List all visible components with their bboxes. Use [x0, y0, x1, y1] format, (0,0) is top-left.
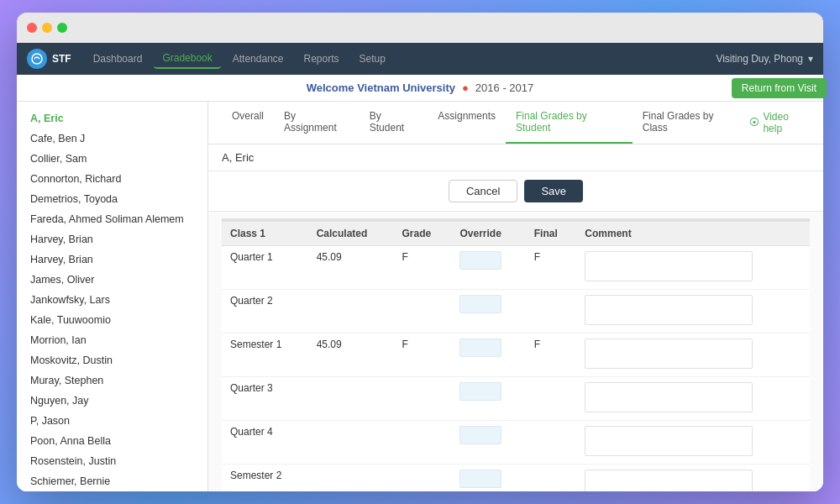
title-bar [17, 13, 823, 43]
chevron-down-icon: ▾ [808, 53, 813, 65]
brand-icon [27, 49, 47, 69]
comment-input-class1-q2[interactable] [585, 295, 753, 325]
welcome-text: Welcome Vietnam University [307, 81, 455, 94]
tab-by-student[interactable]: By Student [360, 102, 428, 144]
navbar-right: Visiting Duy, Phong ▾ [716, 53, 813, 65]
cancel-button[interactable]: Cancel [449, 180, 517, 202]
class-1-header: Class 1 Calculated Grade Override Final … [222, 220, 810, 246]
tab-final-grades-by-student[interactable]: Final Grades by Student [506, 102, 633, 144]
student-list: A, Eric Cafe, Ben J Collier, Sam Connort… [17, 102, 208, 491]
user-label: Visiting Duy, Phong [716, 53, 803, 65]
traffic-lights [27, 23, 67, 33]
nav-gradebook[interactable]: Gradebook [154, 49, 220, 69]
comment-input-class1-q3[interactable] [585, 382, 753, 412]
sidebar-item-12[interactable]: Moskovitz, Dustin [17, 350, 207, 370]
override-input-class1-q3[interactable] [459, 382, 501, 401]
sidebar-item-13[interactable]: Muray, Stephen [17, 370, 207, 391]
comment-input-class1-q4[interactable] [585, 426, 753, 456]
main-layout: A, Eric Cafe, Ben J Collier, Sam Connort… [17, 102, 823, 491]
play-icon: ⦿ [749, 117, 759, 129]
year-label: 2016 - 2017 [475, 81, 533, 94]
nav-reports[interactable]: Reports [295, 50, 347, 68]
override-input-class1-q1[interactable] [459, 251, 501, 270]
app-window: STF Dashboard Gradebook Attendance Repor… [17, 13, 823, 491]
table-row: Semester 1 45.09 F F [222, 333, 810, 377]
sidebar-item-7[interactable]: Harvey, Brian [17, 249, 207, 270]
content-area: Overall By Assignment By Student Assignm… [208, 102, 823, 491]
grade-table-container: Class 1 Calculated Grade Override Final … [208, 212, 823, 491]
override-input-class1-q2[interactable] [459, 295, 501, 313]
tabs: Overall By Assignment By Student Assignm… [222, 102, 749, 144]
override-input-class1-s1[interactable] [459, 339, 501, 357]
tab-final-grades-by-class[interactable]: Final Grades by Class [633, 102, 750, 144]
comment-input-class1-s2[interactable] [585, 470, 753, 491]
minimize-button[interactable] [42, 23, 52, 33]
sidebar-item-2[interactable]: Collier, Sam [17, 149, 207, 169]
student-name-header: A, Eric [208, 144, 823, 171]
brand-label: STF [52, 53, 71, 65]
return-from-visit-button[interactable]: Return from Visit [732, 78, 823, 98]
sidebar-item-3[interactable]: Connorton, Richard [17, 169, 207, 189]
navbar: STF Dashboard Gradebook Attendance Repor… [17, 43, 823, 75]
nav-setup[interactable]: Setup [351, 50, 394, 68]
sidebar-item-6[interactable]: Harvey, Brian [17, 229, 207, 249]
sidebar-item-1[interactable]: Cafe, Ben J [17, 129, 207, 149]
welcome-bar: Welcome Vietnam University ● 2016 - 2017… [17, 75, 823, 102]
tabs-bar: Overall By Assignment By Student Assignm… [208, 102, 823, 144]
table-row: Quarter 2 [222, 290, 810, 333]
sidebar-item-16[interactable]: Poon, Anna Bella [17, 431, 207, 451]
sidebar-item-10[interactable]: Kale, Tuuwoomio [17, 310, 207, 330]
sidebar-item-8[interactable]: James, Oliver [17, 270, 207, 290]
sidebar-item-5[interactable]: Fareda, Ahmed Soliman Alemem [17, 209, 207, 229]
override-input-class1-q4[interactable] [459, 426, 501, 444]
sidebar-item-4[interactable]: Demetrios, Toyoda [17, 189, 207, 209]
action-bar: Cancel Save [208, 171, 823, 212]
sidebar-item-14[interactable]: Nguyen, Jay [17, 391, 207, 411]
tab-overall[interactable]: Overall [222, 102, 274, 144]
override-input-class1-s2[interactable] [459, 470, 501, 488]
sidebar-item-15[interactable]: P, Jason [17, 411, 207, 431]
table-row: Semester 2 [222, 465, 810, 492]
comment-input-class1-s1[interactable] [585, 339, 753, 369]
table-row: Quarter 3 [222, 377, 810, 421]
close-button[interactable] [27, 23, 37, 33]
save-button[interactable]: Save [524, 180, 583, 202]
tab-by-assignment[interactable]: By Assignment [274, 102, 360, 144]
sidebar-item-17[interactable]: Rosenstein, Justin [17, 451, 207, 471]
tab-assignments[interactable]: Assignments [428, 102, 506, 144]
comment-input-class1-q1[interactable] [585, 251, 753, 281]
brand: STF [27, 49, 71, 69]
sidebar-item-9[interactable]: Jankowfsky, Lars [17, 290, 207, 310]
sidebar-item-18[interactable]: Schiemer, Bernie [17, 471, 207, 491]
table-row: Quarter 4 [222, 421, 810, 465]
nav-attendance[interactable]: Attendance [224, 50, 292, 68]
nav-dashboard[interactable]: Dashboard [85, 50, 151, 68]
video-help-link[interactable]: ⦿ Video help [749, 111, 810, 134]
table-row: Quarter 1 45.09 F F [222, 246, 810, 290]
svg-point-0 [32, 54, 42, 64]
grade-table: Class 1 Calculated Grade Override Final … [222, 218, 810, 491]
maximize-button[interactable] [57, 23, 67, 33]
sidebar-item-11[interactable]: Morrion, Ian [17, 330, 207, 350]
separator: ● [462, 81, 469, 94]
sidebar-item-0[interactable]: A, Eric [17, 108, 207, 129]
